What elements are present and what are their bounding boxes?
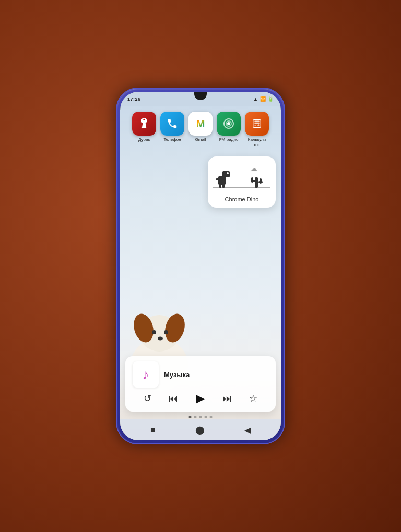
app-calc-icon — [245, 112, 269, 136]
app-phone-icon — [160, 112, 184, 136]
prev-button[interactable]: ⏮ — [167, 392, 180, 405]
svg-point-13 — [164, 330, 168, 334]
app-fmradio-label: FM-радио — [219, 137, 239, 142]
phone-screen: 17:26 ▲ 🛜 🔋 Дурак — [120, 92, 281, 440]
svg-point-14 — [158, 337, 163, 341]
svg-point-1 — [227, 122, 230, 125]
app-gmail-icon: M — [188, 112, 213, 136]
app-phone[interactable]: Телефон — [160, 112, 184, 147]
app-fmradio[interactable]: FM-радио — [217, 112, 241, 147]
repeat-button[interactable]: ↺ — [141, 392, 154, 405]
dot-2 — [194, 416, 197, 418]
back-button[interactable]: ◀ — [240, 423, 255, 437]
page-dots — [189, 416, 213, 418]
phone-device: 17:26 ▲ 🛜 🔋 Дурак — [117, 89, 284, 443]
dot-5 — [210, 416, 213, 418]
svg-point-12 — [152, 330, 156, 334]
status-time: 17:26 — [127, 96, 141, 102]
app-durak-label: Дурак — [138, 137, 150, 142]
battery-icon: 🔋 — [268, 96, 274, 102]
dino-scene-svg — [213, 162, 270, 193]
dot-4 — [205, 416, 207, 418]
home-screen: 17:26 ▲ 🛜 🔋 Дурак — [120, 92, 281, 440]
music-widget: ♪ Музыка ↺ ⏮ ▶ ⏭ ☆ — [125, 356, 276, 412]
svg-point-18 — [227, 172, 229, 174]
app-grid: Дурак Телефон M Gmail — [120, 106, 281, 151]
svg-point-0 — [143, 119, 145, 120]
music-top: ♪ Музыка — [133, 361, 268, 388]
music-controls: ↺ ⏮ ▶ ⏭ ☆ — [133, 391, 268, 406]
app-durak-icon — [132, 112, 156, 136]
app-calc-label: Калькулятор — [248, 137, 266, 147]
svg-rect-19 — [219, 184, 221, 188]
play-button[interactable]: ▶ — [194, 391, 207, 406]
app-gmail[interactable]: M Gmail — [188, 112, 213, 147]
home-button[interactable]: ⬤ — [191, 423, 209, 437]
dot-3 — [199, 416, 202, 418]
svg-rect-22 — [255, 177, 258, 188]
svg-rect-20 — [222, 184, 225, 188]
notch — [194, 92, 207, 100]
music-note-icon: ♪ — [143, 367, 149, 383]
star-button[interactable]: ☆ — [247, 392, 260, 405]
recent-apps-button[interactable]: ■ — [146, 423, 160, 437]
svg-rect-17 — [222, 171, 230, 177]
svg-rect-25 — [251, 177, 253, 183]
app-calc[interactable]: Калькулятор — [245, 112, 269, 147]
music-icon-box: ♪ — [133, 361, 159, 388]
main-content: ☁ — [120, 151, 281, 440]
dino-game-area: ☁ — [213, 162, 270, 193]
svg-rect-21 — [216, 178, 220, 180]
svg-rect-7 — [254, 121, 259, 123]
svg-rect-26 — [260, 178, 262, 184]
nav-bar: ■ ⬤ ◀ — [120, 419, 281, 440]
wifi-icon: 🛜 — [260, 96, 266, 102]
dot-1 — [189, 416, 192, 418]
app-durak[interactable]: Дурак — [132, 112, 156, 147]
app-gmail-label: Gmail — [195, 137, 206, 142]
next-button[interactable]: ⏭ — [220, 392, 234, 405]
svg-rect-16 — [218, 176, 226, 185]
dino-label: Chrome Dino — [225, 196, 259, 202]
status-bar: 17:26 ▲ 🛜 🔋 — [120, 92, 281, 106]
gmail-letter: M — [196, 118, 205, 130]
signal-icon: ▲ — [253, 96, 258, 102]
status-icons: ▲ 🛜 🔋 — [253, 96, 274, 102]
music-title: Музыка — [164, 371, 190, 379]
app-fmradio-icon — [217, 112, 241, 136]
dino-widget[interactable]: ☁ — [208, 156, 276, 208]
app-phone-label: Телефон — [163, 137, 181, 142]
